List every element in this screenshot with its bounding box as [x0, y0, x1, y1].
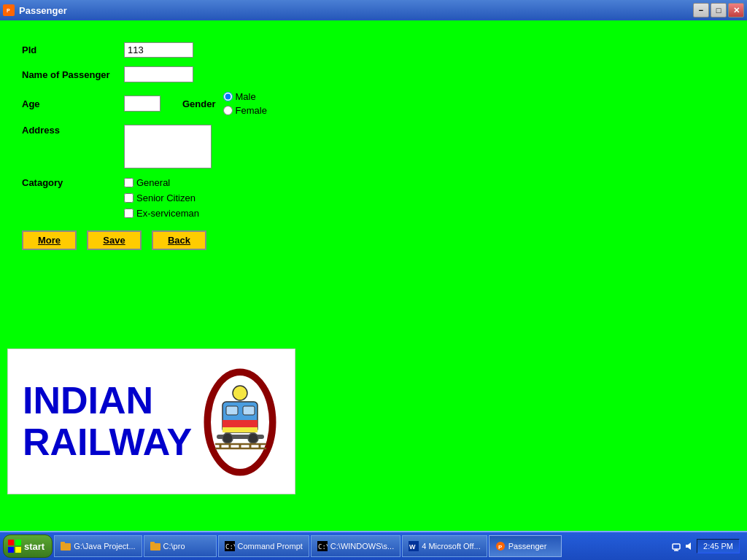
save-button[interactable]: Save [87, 230, 142, 250]
category-exserviceman-label[interactable]: Ex-serviceman [124, 208, 199, 219]
category-section: Catagory General Senior Citizen Ex-servi… [22, 177, 299, 219]
gender-male-label[interactable]: Male [223, 91, 267, 102]
back-button[interactable]: Back [152, 230, 206, 250]
category-senior-checkbox[interactable] [124, 193, 133, 203]
category-senior-label[interactable]: Senior Citizen [124, 192, 199, 203]
banner-line2: RAILWAY [23, 421, 192, 463]
clock: 2:45 PM [697, 539, 740, 553]
tray-icons [671, 541, 694, 551]
train-logo [200, 363, 280, 480]
passenger-icon-taskbar: P [495, 541, 506, 551]
taskbar-item-passenger-label: Passenger [508, 542, 547, 551]
svg-text:W: W [409, 543, 416, 551]
folder-icon-java [61, 541, 71, 551]
indian-railway-banner: INDIAN RAILWAY [7, 349, 295, 494]
pid-input[interactable] [124, 42, 193, 58]
age-label: Age [22, 98, 124, 109]
banner-line1: INDIAN [23, 380, 192, 421]
taskbar-item-java[interactable]: G:\Java Project... [54, 535, 142, 557]
category-general-text: General [136, 177, 170, 188]
category-general-checkbox[interactable] [124, 178, 133, 187]
window-title: Passenger [19, 5, 67, 16]
category-senior-text: Senior Citizen [136, 192, 196, 203]
pid-row: PId [22, 42, 299, 58]
window-controls: − □ ✕ [693, 3, 744, 18]
window-content: PId Name of Passenger Age Gender Male Fe… [0, 20, 747, 531]
name-row: Name of Passenger [22, 66, 299, 82]
category-general-label[interactable]: General [124, 177, 199, 188]
gender-female-text: Female [236, 105, 267, 116]
category-exserviceman-checkbox[interactable] [124, 209, 133, 218]
taskbar-item-passenger[interactable]: P Passenger [489, 535, 562, 557]
taskbar-item-office-label: 4 Microsoft Off... [422, 542, 481, 551]
svg-rect-22 [8, 547, 14, 553]
svg-rect-25 [61, 542, 65, 545]
svg-rect-27 [150, 542, 155, 545]
more-underline: M [38, 235, 46, 246]
title-bar: P Passenger − □ ✕ [0, 0, 747, 20]
taskbar-item-office[interactable]: W 4 Microsoft Off... [402, 535, 487, 557]
svg-rect-8 [222, 420, 258, 427]
back-underline: B [168, 235, 174, 246]
svg-rect-6 [226, 406, 238, 415]
taskbar-item-cpro-label: C:\pro [163, 542, 185, 551]
gender-label: Gender [182, 98, 216, 109]
svg-point-4 [233, 386, 247, 400]
close-button[interactable]: ✕ [728, 3, 744, 18]
minimize-button[interactable]: − [693, 3, 709, 18]
svg-text:P: P [498, 544, 503, 551]
start-label: start [24, 541, 44, 552]
restore-button[interactable]: □ [711, 3, 727, 18]
age-input[interactable] [124, 96, 160, 112]
category-checkboxes: General Senior Citizen Ex-serviceman [124, 177, 199, 219]
name-input[interactable] [124, 66, 193, 82]
pid-label: PId [22, 44, 124, 55]
taskbar-item-cmd-label: Command Prompt [238, 542, 303, 551]
svg-rect-7 [243, 406, 255, 415]
taskbar-item-windows[interactable]: C:\ C:\WINDOWS\s... [311, 535, 400, 557]
gender-female-label[interactable]: Female [223, 105, 267, 116]
save-underline: S [103, 235, 109, 246]
network-icon [671, 541, 681, 551]
gender-male-radio[interactable] [223, 92, 233, 101]
taskbar-items: G:\Java Project... C:\pro C:\ Command Pr… [54, 535, 665, 557]
app-icon: P [3, 4, 15, 16]
address-row: Address [22, 125, 299, 168]
gender-male-text: Male [236, 91, 256, 102]
svg-rect-9 [222, 427, 258, 432]
taskbar-item-java-label: G:\Java Project... [74, 542, 135, 551]
gender-options: Male Female [223, 91, 267, 116]
taskbar-item-cpro[interactable]: C:\pro [144, 535, 217, 557]
svg-rect-23 [15, 547, 21, 553]
svg-text:C:\: C:\ [318, 543, 328, 551]
name-label: Name of Passenger [22, 69, 124, 80]
svg-text:P: P [7, 8, 10, 13]
start-button[interactable]: start [3, 534, 53, 558]
svg-point-12 [248, 433, 258, 443]
address-label: Address [22, 125, 124, 136]
address-input[interactable] [124, 125, 212, 168]
svg-point-11 [222, 433, 233, 443]
system-tray: 2:45 PM [667, 539, 744, 553]
banner-text: INDIAN RAILWAY [23, 380, 192, 463]
word-icon: W [409, 541, 419, 551]
category-label: Catagory [22, 177, 124, 188]
svg-text:C:\: C:\ [225, 543, 235, 551]
taskbar-item-windows-label: C:\WINDOWS\s... [330, 542, 394, 551]
form-panel: PId Name of Passenger Age Gender Male Fe… [7, 28, 314, 265]
taskbar: start G:\Java Project... C:\pro C:\ Comm… [0, 531, 747, 560]
buttons-row: More Save Back [22, 230, 299, 250]
svg-rect-36 [673, 544, 680, 549]
volume-icon [684, 541, 694, 551]
svg-marker-39 [686, 542, 691, 550]
svg-rect-21 [15, 540, 21, 545]
cmd-icon-windows: C:\ [317, 541, 328, 551]
age-gender-row: Age Gender Male Female [22, 91, 299, 116]
taskbar-item-cmd[interactable]: C:\ Command Prompt [218, 535, 309, 557]
svg-rect-20 [8, 540, 14, 545]
clock-time: 2:45 PM [703, 542, 733, 551]
category-exserviceman-text: Ex-serviceman [136, 208, 199, 219]
gender-female-radio[interactable] [223, 106, 233, 115]
cmd-icon: C:\ [225, 541, 235, 551]
more-button[interactable]: More [22, 230, 77, 250]
